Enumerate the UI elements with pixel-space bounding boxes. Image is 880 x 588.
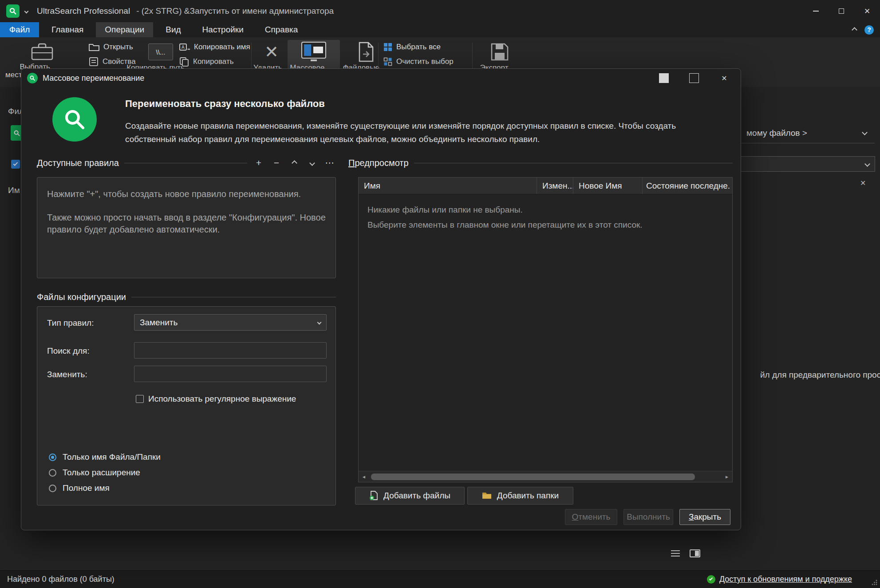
remove-rule-button[interactable]: − (270, 158, 283, 168)
close-icon: ✕ (864, 7, 870, 16)
dialog-description: Создавайте новые правила переименования,… (125, 119, 707, 146)
more-options-button[interactable]: ⋯ (324, 158, 336, 168)
dialog-close-button[interactable]: ✕ (719, 73, 729, 83)
config-section-title: Файлы конфигурации (37, 292, 126, 302)
replace-with-label: Заменить: (47, 370, 87, 379)
file-operations-icon (358, 42, 376, 62)
search-for-input[interactable] (134, 342, 327, 359)
help-icon[interactable]: ? (864, 25, 874, 35)
maximize-icon (689, 73, 699, 83)
scroll-left-icon[interactable]: ◄ (359, 471, 369, 482)
move-rule-down-button[interactable] (306, 158, 318, 168)
list-view-icon (671, 550, 680, 556)
dialog-titlebar: Массовое переименование ✕ (21, 69, 741, 87)
add-folders-icon (482, 492, 492, 500)
clear-selection-button[interactable]: Очистить выбор (383, 56, 454, 67)
regex-checkbox[interactable]: Использовать регулярное выражение (136, 394, 296, 404)
horizontal-scrollbar[interactable]: ◄ ► (359, 471, 732, 482)
tab-view[interactable]: Вид (157, 22, 189, 37)
maximize-button[interactable] (829, 0, 854, 22)
chevron-down-icon[interactable] (862, 130, 868, 135)
column-new-name[interactable]: Новое Имя (573, 178, 643, 194)
clear-filter-icon[interactable]: ✕ (860, 179, 866, 187)
window-titlebar: UltraSearch Professional- (2x STRG) &Зап… (0, 0, 880, 22)
add-files-icon (369, 491, 378, 501)
preview-view-button[interactable] (687, 547, 703, 560)
update-status-icon (707, 575, 715, 584)
column-name[interactable]: Имя (359, 178, 537, 194)
export-button[interactable]: Экспорт (477, 40, 522, 72)
section-divider (124, 163, 247, 163)
section-divider (414, 163, 733, 163)
radio-full-name[interactable]: Полное имя (49, 483, 110, 493)
replace-with-input[interactable] (134, 366, 327, 382)
close-dialog-button[interactable]: Закрыть (679, 509, 730, 525)
select-location-button[interactable]: Выбрать местоположение (13, 40, 71, 72)
preview-section-title: Предпросмотр (348, 158, 409, 168)
dialog-maximize-button[interactable] (689, 73, 699, 83)
regex-checkbox-label: Использовать регулярное выражение (148, 394, 296, 404)
add-folders-button[interactable]: Добавить папки (467, 487, 573, 505)
export-icon (490, 42, 509, 62)
empty-line-1: Никакие файлы или папки не выбраны. (367, 202, 723, 217)
ribbon-tabs: Файл Главная Операции Вид Настройки Спра… (0, 22, 880, 37)
collapse-ribbon-icon[interactable] (852, 27, 857, 33)
list-view-button[interactable] (667, 547, 683, 560)
dialog-minimize-button[interactable] (659, 73, 669, 83)
mass-rename-dialog: Массовое переименование ✕ Переименовать … (21, 68, 741, 530)
section-divider (131, 297, 336, 297)
copy-path-button[interactable]: \\... Копировать путь (140, 40, 181, 72)
files-group-fragment[interactable]: мому файлов > (746, 128, 807, 138)
radio-filename-only[interactable]: Только имя Файла/Папки (49, 452, 161, 462)
resize-grip[interactable] (871, 579, 878, 586)
minimize-icon (813, 11, 819, 12)
tab-home[interactable]: Главная (43, 22, 92, 37)
support-link[interactable]: Доступ к обновлениям и поддержке (719, 575, 852, 584)
checkbox-icon (136, 395, 144, 403)
rule-type-value: Заменить (140, 318, 178, 328)
rule-type-label: Тип правил: (47, 318, 94, 328)
preview-table: Имя Измен... Новое Имя Состояние последн… (358, 177, 733, 482)
execute-button[interactable]: Выполнить (623, 509, 673, 525)
radio-extension-only[interactable]: Только расширение (49, 468, 140, 478)
copy-button[interactable]: Копировать (179, 56, 250, 67)
rules-list[interactable]: Нажмите "+", чтобы создать новое правило… (37, 177, 336, 278)
select-all-button[interactable]: Выбрать все (383, 41, 454, 53)
properties-icon (89, 57, 99, 67)
tab-help[interactable]: Справка (256, 22, 307, 37)
dialog-heading: Переименовать сразу несколько файлов (125, 98, 325, 110)
app-logo-icon (6, 4, 20, 18)
open-button[interactable]: Открыть (89, 41, 136, 53)
copy-icon (179, 57, 189, 67)
tab-file[interactable]: Файл (0, 22, 39, 37)
radio-icon (49, 485, 56, 492)
statusbar: Найдено 0 файлов (0 байты) Доступ к обно… (0, 570, 880, 588)
dialog-title: Массовое переименование (43, 74, 144, 83)
clear-selection-icon (383, 57, 392, 66)
delete-icon: ✕ (264, 43, 279, 60)
rule-type-select[interactable]: Заменить (134, 314, 327, 331)
minimize-button[interactable] (803, 0, 829, 22)
column-modified[interactable]: Измен... (537, 178, 573, 194)
scrollbar-thumb[interactable] (371, 474, 695, 480)
scroll-right-icon[interactable]: ► (722, 471, 732, 482)
move-rule-up-button[interactable] (288, 158, 300, 168)
cancel-button[interactable]: Отменить (565, 509, 617, 525)
close-button[interactable]: ✕ (854, 0, 880, 22)
tab-operations[interactable]: Операции (96, 22, 153, 37)
rules-section-title: Доступные правила (37, 158, 119, 168)
select-location-icon (31, 42, 53, 61)
add-files-button[interactable]: Добавить файлы (355, 487, 465, 505)
config-panel: Тип правил: Заменить Поиск для: Заменить… (37, 306, 336, 505)
add-rule-button[interactable]: + (253, 158, 265, 168)
quick-access-chevron-icon[interactable] (24, 9, 29, 13)
preview-empty-state: Никакие файлы или папки не выбраны. Выбе… (359, 194, 732, 241)
copy-name-button[interactable]: A Копировать имя (179, 41, 250, 53)
column-last-state[interactable]: Состояние последне. (643, 178, 732, 194)
maximize-icon (839, 8, 844, 14)
open-icon (89, 43, 99, 51)
select-all-checkbox[interactable] (11, 160, 20, 169)
rules-hint-line1: Нажмите "+", чтобы создать новое правило… (47, 188, 326, 200)
chevron-down-icon (317, 320, 322, 325)
tab-settings[interactable]: Настройки (193, 22, 253, 37)
